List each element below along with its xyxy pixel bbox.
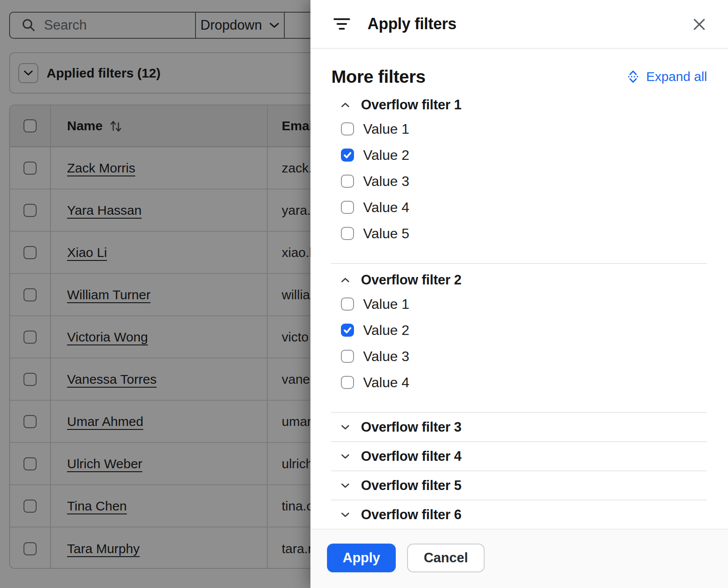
checkbox-unchecked[interactable] bbox=[341, 376, 354, 389]
option-label: Value 3 bbox=[363, 173, 409, 189]
filter-option[interactable]: Value 2 bbox=[341, 317, 707, 343]
checkbox-unchecked[interactable] bbox=[341, 350, 354, 363]
drawer-header: Apply filters bbox=[310, 0, 728, 49]
drawer-footer: Apply Cancel bbox=[310, 529, 728, 588]
filter-section-header[interactable]: Overflow filter 1 bbox=[341, 94, 707, 116]
filter-section-header[interactable]: Overflow filter 3 bbox=[331, 413, 707, 442]
filter-section-label: Overflow filter 5 bbox=[361, 478, 462, 493]
chevron-up-icon bbox=[341, 102, 350, 108]
filter-option[interactable]: Value 4 bbox=[341, 369, 707, 395]
filter-section-label: Overflow filter 1 bbox=[361, 97, 462, 113]
check-icon bbox=[341, 149, 354, 162]
drawer-body: More filters Expand all bbox=[310, 64, 728, 530]
filter-section-label: Overflow filter 2 bbox=[361, 272, 462, 288]
expand-all-link[interactable]: Expand all bbox=[626, 69, 707, 84]
more-filters-heading: More filters bbox=[331, 67, 425, 87]
checkbox-unchecked[interactable] bbox=[341, 227, 354, 240]
filter-option[interactable]: Value 1 bbox=[341, 291, 707, 317]
option-label: Value 3 bbox=[363, 348, 409, 365]
filter-section-header[interactable]: Overflow filter 6 bbox=[331, 500, 707, 530]
more-filters-row: More filters Expand all bbox=[331, 64, 707, 89]
expand-all-label: Expand all bbox=[646, 69, 707, 84]
chevron-down-icon bbox=[341, 454, 350, 459]
filter-option[interactable]: Value 3 bbox=[341, 343, 707, 369]
close-icon bbox=[693, 18, 706, 31]
checkbox-checked[interactable] bbox=[341, 324, 354, 337]
option-label: Value 4 bbox=[363, 199, 409, 216]
filter-option[interactable]: Value 5 bbox=[341, 220, 707, 247]
checkbox-unchecked[interactable] bbox=[341, 297, 354, 311]
expand-vertical-icon bbox=[626, 69, 640, 84]
chevron-up-icon bbox=[341, 277, 350, 283]
filter-section-label: Overflow filter 6 bbox=[361, 507, 462, 523]
option-label: Value 1 bbox=[363, 121, 409, 137]
filter-option[interactable]: Value 2 bbox=[341, 142, 707, 168]
filter-section-header[interactable]: Overflow filter 4 bbox=[331, 442, 707, 471]
option-label: Value 5 bbox=[363, 226, 409, 242]
filter-option[interactable]: Value 3 bbox=[341, 168, 707, 194]
checkbox-unchecked[interactable] bbox=[341, 175, 354, 188]
cancel-button[interactable]: Cancel bbox=[407, 544, 485, 572]
apply-button[interactable]: Apply bbox=[327, 544, 396, 572]
filter-section-label: Overflow filter 3 bbox=[361, 419, 462, 435]
apply-filters-drawer: Apply filters More filters bbox=[310, 0, 728, 588]
option-label: Value 1 bbox=[363, 296, 409, 312]
screen: Dropdown Applied filters (12) N bbox=[0, 0, 728, 588]
filter-section-header[interactable]: Overflow filter 5 bbox=[331, 471, 707, 500]
filter-option[interactable]: Value 4 bbox=[341, 194, 707, 220]
filter-section-header[interactable]: Overflow filter 2 bbox=[341, 269, 707, 291]
option-label: Value 2 bbox=[363, 147, 409, 163]
checkbox-unchecked[interactable] bbox=[341, 201, 354, 214]
checkbox-unchecked[interactable] bbox=[341, 122, 354, 135]
option-label: Value 2 bbox=[363, 322, 409, 338]
filter-option[interactable]: Value 1 bbox=[341, 116, 707, 142]
close-button[interactable] bbox=[686, 11, 712, 37]
section-divider bbox=[331, 263, 707, 264]
filter-section-label: Overflow filter 4 bbox=[361, 449, 462, 464]
chevron-down-icon bbox=[341, 483, 350, 488]
check-icon bbox=[341, 324, 354, 337]
checkbox-checked[interactable] bbox=[341, 149, 354, 162]
chevron-down-icon bbox=[341, 512, 350, 517]
option-label: Value 4 bbox=[363, 375, 409, 391]
chevron-down-icon bbox=[341, 425, 350, 430]
filter-sections: Overflow filter 1 Value 1 Value 2 bbox=[331, 94, 707, 530]
filter-icon bbox=[333, 17, 351, 30]
drawer-title: Apply filters bbox=[367, 15, 456, 33]
